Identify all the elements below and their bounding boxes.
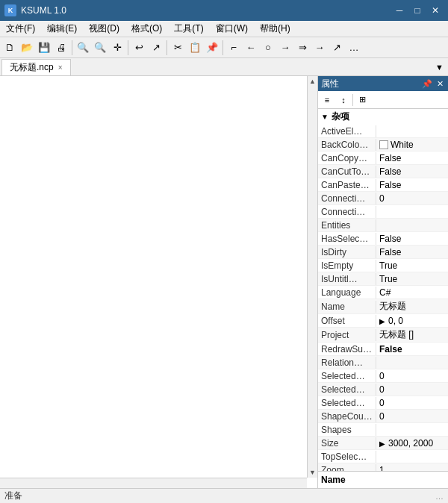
- property-row[interactable]: Connecti…0: [318, 192, 448, 205]
- tab-close-button[interactable]: ×: [58, 63, 63, 72]
- property-value: 0: [376, 193, 448, 204]
- property-row[interactable]: Selected…0: [318, 396, 448, 410]
- property-row[interactable]: Zoom1: [318, 463, 448, 471]
- toolbar-btn-print[interactable]: 🖨: [53, 40, 69, 56]
- property-row[interactable]: Size▶3000, 2000: [318, 437, 448, 450]
- toolbar-btn-tool4[interactable]: →: [277, 40, 293, 56]
- property-value: False: [376, 152, 448, 164]
- toolbar-btn-open[interactable]: 📂: [19, 40, 35, 56]
- toolbar-btn-fit[interactable]: ✛: [109, 40, 125, 56]
- property-value: 0: [376, 370, 448, 382]
- canvas-area[interactable]: ▲ ▼: [0, 76, 317, 488]
- toolbar-btn-zoom-in[interactable]: 🔍: [75, 40, 91, 56]
- menu-item-o[interactable]: 格式(O): [125, 21, 168, 37]
- status-text: 准备: [4, 490, 22, 502]
- minimize-button[interactable]: ─: [391, 4, 408, 17]
- close-button[interactable]: ✕: [427, 4, 444, 17]
- prop-tb-btn-sort-category[interactable]: ≡: [320, 93, 335, 107]
- toolbar-btn-copy[interactable]: 📋: [187, 40, 203, 56]
- property-value: 1: [376, 464, 448, 472]
- menu-item-t[interactable]: 工具(T): [168, 21, 209, 37]
- maximize-button[interactable]: □: [409, 4, 426, 17]
- scroll-down-arrow[interactable]: ▼: [308, 467, 318, 478]
- property-value: [376, 131, 448, 132]
- property-name: IsEmpty: [318, 260, 376, 272]
- toolbar-btn-new[interactable]: 🗋: [1, 40, 18, 56]
- property-row[interactable]: ActiveEl…: [318, 125, 448, 138]
- property-row[interactable]: Connecti…: [318, 205, 448, 219]
- property-row[interactable]: CanCutTo…False: [318, 165, 448, 178]
- toolbar-btn-tool5[interactable]: ⇒: [294, 40, 311, 56]
- property-name: ShapeCou…: [318, 410, 376, 422]
- property-row[interactable]: Name无标题: [318, 299, 448, 314]
- toolbar-btn-redo[interactable]: ↗: [148, 40, 164, 56]
- property-row[interactable]: LanguageC#: [318, 286, 448, 299]
- section-label: 杂项: [332, 110, 349, 123]
- menu-item-h[interactable]: 帮助(H): [254, 21, 296, 37]
- toolbar-btn-undo[interactable]: ↩: [131, 40, 147, 56]
- app-icon: K: [4, 4, 16, 16]
- property-name: Size: [318, 437, 376, 449]
- sep4: [223, 40, 223, 55]
- tab-dropdown-arrow[interactable]: ▼: [432, 63, 447, 72]
- property-row[interactable]: CanPaste…False: [318, 178, 448, 192]
- properties-section-header[interactable]: ▼ 杂项: [318, 109, 448, 125]
- properties-pin-button[interactable]: 📌: [420, 79, 434, 89]
- property-value: C#: [376, 287, 448, 299]
- toolbar-btn-zoom-out[interactable]: 🔍: [92, 40, 108, 56]
- sep2: [128, 40, 128, 55]
- vertical-scrollbar[interactable]: ▲ ▼: [307, 76, 317, 478]
- scroll-up-arrow[interactable]: ▲: [308, 76, 318, 87]
- property-row[interactable]: Relation…: [318, 356, 448, 369]
- property-row[interactable]: Selected…0: [318, 383, 448, 396]
- property-value: False: [376, 246, 448, 258]
- menu-item-w[interactable]: 窗口(W): [210, 21, 254, 37]
- property-row[interactable]: CanCopyT…False: [318, 151, 448, 165]
- toolbar-btn-tool6[interactable]: →: [311, 40, 328, 56]
- toolbar-btn-more[interactable]: …: [346, 40, 362, 56]
- property-row[interactable]: HasSelec…False: [318, 232, 448, 246]
- property-row[interactable]: RedrawSu…False: [318, 343, 448, 356]
- property-name: Selected…: [318, 397, 376, 409]
- property-name: Name: [318, 301, 376, 313]
- property-row[interactable]: BackColo…White: [318, 138, 448, 151]
- toolbar-btn-paste[interactable]: 📌: [204, 40, 220, 56]
- horizontal-scrollbar[interactable]: [0, 478, 307, 488]
- scroll-track-v[interactable]: [308, 87, 317, 467]
- prop-tb-btn-property-pages[interactable]: ⊞: [355, 93, 370, 107]
- property-row[interactable]: Project无标题 []: [318, 328, 448, 343]
- property-row[interactable]: IsUntitl…True: [318, 272, 448, 286]
- prop-tb-btn-sort-alpha[interactable]: ↕: [336, 93, 351, 107]
- property-row[interactable]: ShapeCou…0: [318, 410, 448, 423]
- property-name: Shapes: [318, 424, 376, 436]
- property-name: Offset: [318, 315, 376, 327]
- property-name: Entities: [318, 219, 376, 231]
- property-name: IsUntitl…: [318, 273, 376, 285]
- property-row[interactable]: Entities: [318, 219, 448, 232]
- property-value: False: [376, 343, 448, 355]
- tab-bar: 无标题.ncp × ▼: [0, 58, 448, 76]
- toolbar-btn-tool2[interactable]: ←: [243, 40, 259, 56]
- menu-item-f[interactable]: 文件(F): [0, 21, 41, 37]
- toolbar-btn-tool1[interactable]: ⌐: [225, 40, 242, 56]
- toolbar-btn-cut[interactable]: ✂: [169, 40, 186, 56]
- toolbar-btn-tool3[interactable]: ○: [260, 40, 276, 56]
- property-row[interactable]: Offset▶0, 0: [318, 314, 448, 328]
- properties-close-button[interactable]: ✕: [435, 79, 445, 89]
- expand-arrow-icon: ▶: [379, 440, 385, 448]
- property-row[interactable]: Selected…0: [318, 369, 448, 383]
- title-left: K KSUML 1.0: [4, 4, 66, 16]
- toolbar-btn-save[interactable]: 💾: [36, 40, 52, 56]
- property-row[interactable]: IsDirtyFalse: [318, 246, 448, 259]
- property-row[interactable]: Shapes: [318, 423, 448, 437]
- document-tab[interactable]: 无标题.ncp ×: [1, 59, 71, 75]
- property-value: [376, 225, 448, 226]
- menu-item-d[interactable]: 视图(D): [83, 21, 125, 37]
- sep3: [167, 40, 167, 55]
- property-row[interactable]: TopSelec…: [318, 450, 448, 463]
- toolbar-btn-tool7[interactable]: ↗: [329, 40, 345, 56]
- status-right: …: [435, 492, 444, 501]
- property-row[interactable]: IsEmptyTrue: [318, 259, 448, 272]
- menu-item-e[interactable]: 编辑(E): [41, 21, 83, 37]
- property-name: BackColo…: [318, 139, 376, 151]
